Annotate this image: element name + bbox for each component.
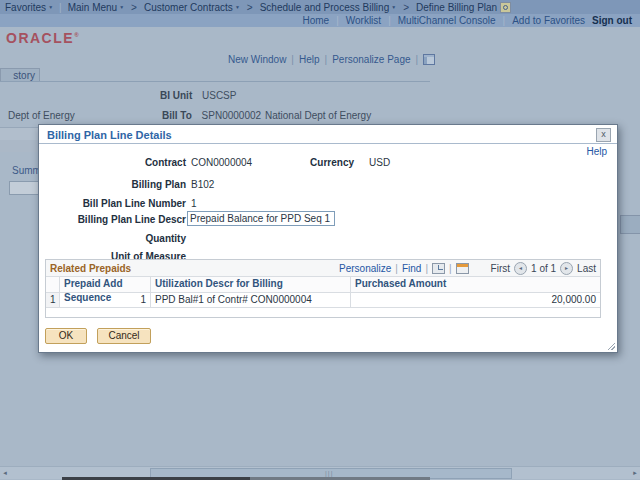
- favorites-menu[interactable]: Favorites ▼: [5, 2, 53, 13]
- previous-row-icon[interactable]: ◂: [514, 262, 527, 275]
- divider: |: [59, 2, 62, 13]
- last-link[interactable]: Last: [577, 263, 596, 274]
- add-to-favorites-link[interactable]: Add to Favorites: [512, 15, 585, 26]
- divider: |: [388, 15, 391, 26]
- personalize-page-link[interactable]: Personalize Page: [332, 54, 410, 65]
- chevron-down-icon: ▼: [391, 4, 396, 10]
- divider: |: [395, 263, 398, 274]
- grid-column-headers: Prepaid Add Sequence Utilization Descr f…: [46, 277, 600, 293]
- chevron-down-icon: ▼: [235, 4, 240, 10]
- contract-value: CON0000004: [191, 157, 252, 168]
- crumb-label: Schedule and Process Billing: [260, 2, 390, 13]
- first-link[interactable]: First: [491, 263, 510, 274]
- close-icon[interactable]: x: [596, 128, 611, 142]
- tab-history-partial[interactable]: story: [0, 68, 40, 81]
- breadcrumb-separator: >: [247, 2, 253, 13]
- billing-plan-line-details-dialog: Billing Plan Line Details x Help Contrac…: [38, 124, 618, 353]
- row-number-header: [46, 277, 60, 292]
- divider: |: [336, 15, 339, 26]
- billing-plan-label: Billing Plan: [41, 179, 186, 190]
- empty-grid-row: [46, 308, 600, 317]
- main-menu[interactable]: Main Menu ▼: [68, 2, 124, 13]
- favorites-label: Favorites: [5, 2, 46, 13]
- crumb-label: Define Billing Plan: [416, 2, 497, 13]
- amount-cell: 20,000.00: [351, 293, 600, 307]
- cancel-button[interactable]: Cancel: [97, 328, 151, 344]
- billing-plan-line-descr-input[interactable]: [187, 211, 335, 226]
- crumb-label: Customer Contracts: [144, 2, 233, 13]
- dialog-title: Billing Plan Line Details: [47, 129, 172, 141]
- divider: |: [425, 263, 428, 274]
- bi-unit-field: BI Unit USCSP: [160, 90, 236, 101]
- column-header-seq[interactable]: Prepaid Add Sequence: [60, 277, 151, 292]
- zoom-grid-icon[interactable]: [432, 263, 445, 274]
- page-links: New Window | Help | Personalize Page |: [228, 54, 435, 65]
- bill-plan-line-number-label: Bill Plan Line Number: [41, 198, 186, 209]
- portal-header: Home | Worklist | MultiChannel Console |…: [0, 14, 640, 27]
- table-row: 1 1 PPD Bal#1 of Contr# CON0000004 20,00…: [46, 293, 600, 308]
- next-row-icon[interactable]: ▸: [560, 262, 573, 275]
- divider: |: [325, 54, 328, 65]
- quantity-label: Quantity: [41, 233, 186, 244]
- new-window-grid-icon[interactable]: [423, 54, 435, 65]
- bill-to-value: SPN0000002: [202, 110, 262, 121]
- background-row: [0, 140, 38, 152]
- resize-grip[interactable]: [608, 343, 615, 350]
- column-header-descr[interactable]: Utilization Descr for Billing: [151, 277, 351, 292]
- background-input-partial: [9, 181, 40, 195]
- bill-to-label: Bill To: [162, 110, 192, 121]
- title-divider: [39, 143, 617, 144]
- background-row: [0, 127, 38, 141]
- divider: |: [449, 263, 452, 274]
- dialog-help-link[interactable]: Help: [586, 146, 607, 157]
- currency-value: USD: [369, 157, 390, 168]
- row-number-cell: 1: [46, 293, 60, 307]
- chevron-down-icon: ▼: [48, 4, 53, 10]
- home-link[interactable]: Home: [302, 15, 329, 26]
- grid-controls: Personalize | Find | | First ◂ 1 of 1 ▸ …: [339, 262, 596, 275]
- scroll-right-icon[interactable]: ▸: [630, 467, 640, 479]
- main-menu-label: Main Menu: [68, 2, 117, 13]
- divider: |: [291, 54, 294, 65]
- billing-plan-line-descr-label: Billing Plan Line Descr: [41, 214, 186, 225]
- grid-title: Related Prepaids: [50, 263, 131, 274]
- descr-cell: PPD Bal#1 of Contr# CON0000004: [151, 293, 351, 307]
- oracle-logo: ORACLE®: [6, 30, 80, 46]
- personalize-link[interactable]: Personalize: [339, 263, 391, 274]
- bill-plan-line-number-value: 1: [191, 198, 197, 209]
- contract-label: Contract: [41, 157, 186, 168]
- breadcrumb-define-billing-plan[interactable]: Define Billing Plan: [416, 2, 511, 13]
- bill-to-field: Bill To SPN0000002: [162, 110, 261, 121]
- currency-label: Currency: [289, 157, 354, 168]
- bi-unit-value: USCSP: [202, 90, 236, 101]
- billing-plan-value: B102: [191, 179, 214, 190]
- bi-unit-label: BI Unit: [160, 90, 192, 101]
- scrollbar-grip: |||: [325, 470, 333, 477]
- find-link[interactable]: Find: [402, 263, 421, 274]
- tab-underline: [0, 81, 430, 82]
- scroll-left-icon[interactable]: ◂: [0, 467, 10, 479]
- chevron-down-icon: ▼: [119, 4, 124, 10]
- seq-cell: 1: [60, 293, 151, 307]
- multichannel-console-link[interactable]: MultiChannel Console: [398, 15, 496, 26]
- sign-out-link[interactable]: Sign out: [592, 15, 632, 26]
- divider: |: [503, 15, 506, 26]
- customer-short-name: Dept of Energy: [8, 110, 75, 121]
- column-header-amount[interactable]: Purchased Amount: [351, 277, 600, 292]
- bill-to-customer-name: National Dept of Energy: [265, 110, 371, 121]
- ok-button[interactable]: OK: [45, 328, 87, 344]
- breadcrumb-separator: >: [403, 2, 409, 13]
- breadcrumb-customer-contracts[interactable]: Customer Contracts ▼: [144, 2, 240, 13]
- breadcrumb-schedule-process-billing[interactable]: Schedule and Process Billing ▼: [260, 2, 396, 13]
- worklist-link[interactable]: Worklist: [346, 15, 381, 26]
- page-info: 1 of 1: [531, 263, 556, 274]
- page-lookup-icon[interactable]: [500, 2, 511, 13]
- download-grid-icon[interactable]: [456, 263, 469, 274]
- new-window-link[interactable]: New Window: [228, 54, 286, 65]
- breadcrumb-separator: >: [131, 2, 137, 13]
- screen: Favorites ▼ | Main Menu ▼ > Customer Con…: [0, 0, 640, 480]
- help-link[interactable]: Help: [299, 54, 320, 65]
- summary-tab-partial: Summ: [12, 165, 41, 176]
- related-prepaids-grid: Related Prepaids Personalize | Find | | …: [45, 259, 601, 318]
- grid-header-bar: Related Prepaids Personalize | Find | | …: [46, 260, 600, 277]
